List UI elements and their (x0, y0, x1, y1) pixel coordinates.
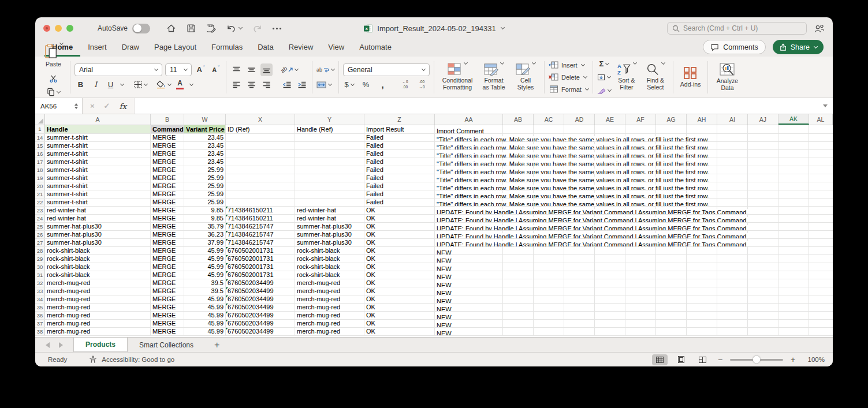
cell[interactable]: OK (364, 320, 435, 327)
cell[interactable]: MERGE (151, 215, 184, 222)
borders-button[interactable] (134, 78, 147, 91)
cell[interactable]: Failed (364, 142, 435, 149)
cell[interactable]: 25.99 (184, 182, 226, 190)
cell[interactable]: OK (364, 295, 435, 303)
increase-font-size-button[interactable]: Aˆ (195, 63, 207, 76)
cell[interactable]: rock-shirt-black (45, 271, 151, 279)
more-toolbar-icon[interactable] (273, 28, 281, 29)
cell[interactable]: NEW (435, 249, 453, 254)
comment-region[interactable]: "Title" differs in each row. Make sure y… (435, 150, 833, 158)
cell[interactable]: UPDATE: Found by Handle | Assuming MERGE… (435, 225, 750, 230)
align-bottom-button[interactable] (260, 63, 273, 76)
row-number[interactable]: 34 (35, 295, 45, 303)
comment-region[interactable]: UPDATE: Found by Handle | Assuming MERGE… (435, 239, 833, 246)
cell[interactable]: merch-mug-red (45, 295, 151, 303)
cell[interactable]: UPDATE: Found by Handle | Assuming MERGE… (435, 217, 750, 222)
column-header-Y[interactable]: Y (295, 114, 364, 125)
cell[interactable]: "Title" differs in each row. Make sure y… (435, 201, 711, 206)
column-header-Z[interactable]: Z (364, 114, 435, 125)
row-number[interactable]: 28 (35, 247, 45, 254)
row-number[interactable]: 32 (35, 279, 45, 287)
cell[interactable]: 9.85 (184, 215, 226, 222)
tab-page-layout[interactable]: Page Layout (147, 43, 204, 57)
wrap-text-button[interactable]: ab (316, 63, 334, 76)
cell[interactable]: "Title" differs in each row. Make sure y… (435, 185, 711, 190)
merge-center-button[interactable] (316, 78, 331, 91)
cell[interactable]: Handle (Ref) (295, 125, 364, 133)
cell[interactable]: 6760502034499 (226, 312, 295, 319)
cell[interactable]: Failed (364, 182, 435, 190)
cell[interactable]: 45.99 (184, 255, 226, 263)
cell[interactable]: MERGE (151, 223, 184, 230)
cell[interactable] (226, 174, 295, 182)
cell[interactable]: 25.99 (184, 199, 226, 206)
home-icon[interactable] (166, 24, 176, 33)
cell[interactable]: Command (151, 125, 184, 133)
fill-color-button[interactable] (157, 78, 171, 91)
cell[interactable] (295, 134, 364, 141)
increase-indent-button[interactable] (296, 78, 308, 91)
cell[interactable]: Variant Price (184, 125, 226, 133)
cell[interactable]: "Title" differs in each row. Make sure y… (435, 169, 711, 174)
comment-region[interactable]: NEW (435, 295, 833, 303)
column-header-AI[interactable]: AI (717, 114, 748, 125)
font-color-chevron-icon[interactable] (189, 81, 193, 85)
column-header-AG[interactable]: AG (656, 114, 687, 125)
column-header-A[interactable]: A (45, 114, 151, 125)
comment-region[interactable]: NEW (435, 271, 833, 279)
cell[interactable] (226, 166, 295, 174)
select-all-corner[interactable] (35, 114, 45, 125)
comment-region[interactable]: NEW (435, 287, 833, 295)
cell[interactable]: 7143846215747 (226, 223, 295, 230)
cell[interactable]: 6760502034499 (226, 287, 295, 295)
cell[interactable]: 6760502034499 (226, 328, 295, 335)
page-break-view-button[interactable] (695, 354, 710, 365)
comment-region[interactable]: "Title" differs in each row. Make sure y… (435, 158, 833, 166)
cell[interactable]: summer-t-shirt (45, 158, 151, 166)
cell[interactable] (226, 142, 295, 149)
tab-insert[interactable]: Insert (80, 43, 114, 57)
zoom-out-icon[interactable]: − (716, 355, 724, 364)
cell[interactable]: summer-t-shirt (45, 134, 151, 141)
sort-filter-button[interactable]: AZ Sort & Filter (613, 62, 640, 92)
add-sheet-button[interactable]: + (205, 338, 229, 352)
cell[interactable]: MERGE (151, 312, 184, 319)
cell[interactable]: rock-shirt-black (45, 247, 151, 254)
cell[interactable]: NEW (435, 314, 453, 319)
row-number[interactable]: 20 (35, 182, 45, 190)
cell[interactable]: summer-t-shirt (45, 142, 151, 149)
row-number[interactable]: 14 (35, 134, 45, 141)
fullscreen-button[interactable] (66, 25, 73, 32)
column-header-AJ[interactable]: AJ (748, 114, 778, 125)
font-size-select[interactable]: 11 (165, 63, 192, 76)
comment-region[interactable]: NEW (435, 247, 833, 254)
row-number[interactable]: 31 (35, 271, 45, 279)
cell[interactable]: 6760502034499 (226, 304, 295, 311)
cell[interactable]: UPDATE: Found by Handle | Assuming MERGE… (435, 241, 750, 246)
insert-cells-button[interactable]: Insert (549, 60, 588, 70)
cell[interactable]: MERGE (151, 239, 184, 246)
cell[interactable]: "Title" differs in each row. Make sure y… (435, 136, 711, 141)
cell[interactable]: MERGE (151, 247, 184, 254)
cell[interactable]: MERGE (151, 142, 184, 149)
percent-format-button[interactable]: % (360, 78, 372, 91)
comma-format-button[interactable]: , (377, 78, 389, 91)
cell[interactable]: summer-hat-plus30 (45, 231, 151, 238)
comment-region[interactable]: UPDATE: Found by Handle | Assuming MERGE… (435, 231, 833, 238)
name-box-spinner[interactable] (74, 103, 79, 109)
normal-view-button[interactable] (652, 354, 668, 365)
cell[interactable]: OK (364, 247, 435, 254)
cell[interactable]: 39.5 (184, 279, 226, 287)
cell[interactable]: OK (364, 279, 435, 287)
row-number[interactable]: 16 (35, 150, 45, 158)
document-title[interactable]: Import_Result_2024-05-02_194331 (377, 24, 496, 33)
insert-function-icon[interactable]: fx (120, 102, 127, 111)
cell[interactable]: 45.99 (184, 271, 226, 279)
page-layout-view-button[interactable] (673, 354, 689, 365)
cell[interactable]: OK (364, 287, 435, 295)
cell[interactable] (295, 190, 364, 198)
comment-region[interactable]: NEW (435, 328, 833, 335)
align-right-button[interactable] (260, 78, 273, 91)
cell[interactable]: OK (364, 328, 435, 335)
cell[interactable]: MERGE (151, 207, 184, 214)
